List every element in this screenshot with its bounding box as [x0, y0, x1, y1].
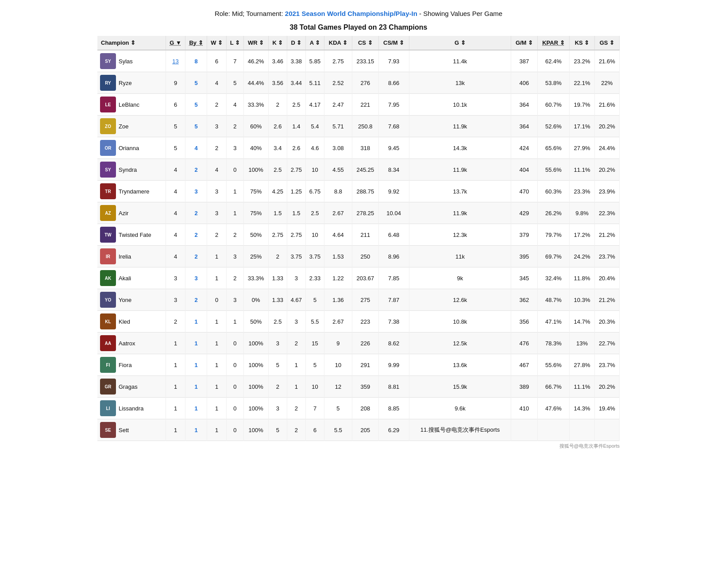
col-k[interactable]: K ⇕ [268, 36, 287, 50]
cell-gold: 9.6k [409, 398, 511, 419]
cell-kda: 1.36 [324, 289, 352, 311]
table-row: GR Gragas 1110100%2110123598.8115.9k3896… [97, 376, 620, 398]
cell-w: 2 [207, 137, 227, 159]
cell-l: 5 [227, 72, 243, 94]
cell-kpar: 26.2% [537, 202, 570, 224]
table-row: OR Orianna 542340%3.42.64.63.083189.4514… [97, 137, 620, 159]
cell-a: 6 [305, 419, 324, 441]
cell-kda: 8.8 [324, 181, 352, 202]
cell-by: 2 [185, 159, 207, 181]
cell-wr: 60% [243, 116, 268, 137]
table-row: TR Tryndamere 433175%4.251.256.758.8288.… [97, 181, 620, 202]
cell-cs: 278.25 [352, 202, 378, 224]
champion-name: LeBlanc [119, 101, 139, 108]
cell-csm: 7.93 [378, 50, 409, 72]
cell-ks: 22.1% [570, 72, 594, 94]
cell-k: 2.75 [268, 224, 287, 246]
cell-wr: 75% [243, 202, 268, 224]
cell-gold: 15.9k [409, 376, 511, 398]
cell-w: 2 [207, 94, 227, 116]
col-kda[interactable]: KDA ⇕ [324, 36, 352, 50]
cell-g: 9 [166, 72, 185, 94]
cell-l: 0 [227, 333, 243, 354]
cell-kda: 5.5 [324, 419, 352, 441]
col-gs[interactable]: GS ⇕ [594, 36, 619, 50]
cell-gm: 362 [511, 289, 537, 311]
cell-kpar [537, 419, 570, 441]
table-row: TW Twisted Fate 422250%2.752.75104.64211… [97, 224, 620, 246]
g-link[interactable]: 13 [172, 58, 178, 65]
by-value: 2 [194, 297, 197, 303]
table-row: LE LeBlanc 652433.3%22.54.172.472217.951… [97, 94, 620, 116]
champion-name: Fiora [119, 362, 132, 368]
cell-a: 2.33 [305, 267, 324, 289]
cell-kda: 2.52 [324, 72, 352, 94]
cell-d: 2 [287, 419, 305, 441]
cell-g: 1 [166, 398, 185, 419]
cell-g: 1 [166, 354, 185, 376]
cell-cs: 221 [352, 94, 378, 116]
col-by[interactable]: By ⇕ [185, 36, 207, 50]
col-g[interactable]: G ▼ [166, 36, 185, 50]
col-d[interactable]: D ⇕ [287, 36, 305, 50]
cell-kpar: 55.6% [537, 354, 570, 376]
cell-d: 3 [287, 311, 305, 333]
champion-name: Sett [119, 427, 129, 433]
col-l[interactable]: L ⇕ [227, 36, 243, 50]
cell-gm: 410 [511, 398, 537, 419]
champion-cell: AK Akali [97, 267, 166, 289]
col-a[interactable]: A ⇕ [305, 36, 324, 50]
cell-d: 2.5 [287, 94, 305, 116]
cell-gs: 21.2% [594, 224, 619, 246]
cell-a: 5.11 [305, 72, 324, 94]
cell-cs: 226 [352, 333, 378, 354]
cell-cs: 211 [352, 224, 378, 246]
cell-by: 1 [185, 333, 207, 354]
stats-table: Champion ⇕ G ▼ By ⇕ W ⇕ L ⇕ WR ⇕ K ⇕ D ⇕… [97, 36, 620, 441]
cell-gold: 9k [409, 267, 511, 289]
table-row: LI Lissandra 1110100%32752088.859.6k4104… [97, 398, 620, 419]
col-gold[interactable]: G ⇕ [409, 36, 511, 50]
cell-gs: 19.4% [594, 398, 619, 419]
cell-w: 1 [207, 267, 227, 289]
cell-ks: 19.7% [570, 94, 594, 116]
champion-name: Zoe [119, 123, 128, 130]
col-ks[interactable]: KS ⇕ [570, 36, 594, 50]
title-link[interactable]: 2021 Season World Championship/Play-In [285, 10, 417, 17]
cell-d: 1.5 [287, 202, 305, 224]
cell-k: 1.33 [268, 289, 287, 311]
col-cs[interactable]: CS ⇕ [352, 36, 378, 50]
cell-g: 4 [166, 181, 185, 202]
cell-k: 2.5 [268, 159, 287, 181]
cell-csm: 9.99 [378, 354, 409, 376]
cell-l: 0 [227, 398, 243, 419]
cell-k: 3 [268, 333, 287, 354]
cell-cs: 250 [352, 246, 378, 267]
cell-k: 3 [268, 398, 287, 419]
cell-gm: 387 [511, 50, 537, 72]
col-gm[interactable]: G/M ⇕ [511, 36, 537, 50]
cell-wr: 50% [243, 311, 268, 333]
cell-gold: 13.7k [409, 181, 511, 202]
col-champion[interactable]: Champion ⇕ [97, 36, 166, 50]
cell-csm: 7.87 [378, 289, 409, 311]
champion-name: Tryndamere [119, 188, 150, 195]
cell-k: 3.46 [268, 50, 287, 72]
cell-gm: 424 [511, 137, 537, 159]
cell-gs: 20.2% [594, 376, 619, 398]
cell-g: 4 [166, 246, 185, 267]
cell-kpar: 66.7% [537, 376, 570, 398]
col-csm[interactable]: CS/M ⇕ [378, 36, 409, 50]
col-kpar[interactable]: KPAR ⇕ [537, 36, 570, 50]
cell-wr: 100% [243, 419, 268, 441]
cell-kpar: 47.6% [537, 398, 570, 419]
cell-g[interactable]: 13 [166, 50, 185, 72]
cell-wr: 0% [243, 289, 268, 311]
cell-gm: 356 [511, 311, 537, 333]
col-w[interactable]: W ⇕ [207, 36, 227, 50]
cell-by: 1 [185, 419, 207, 441]
col-wr[interactable]: WR ⇕ [243, 36, 268, 50]
table-header: Champion ⇕ G ▼ By ⇕ W ⇕ L ⇕ WR ⇕ K ⇕ D ⇕… [97, 36, 620, 50]
cell-ks [570, 419, 594, 441]
cell-gm: 429 [511, 202, 537, 224]
